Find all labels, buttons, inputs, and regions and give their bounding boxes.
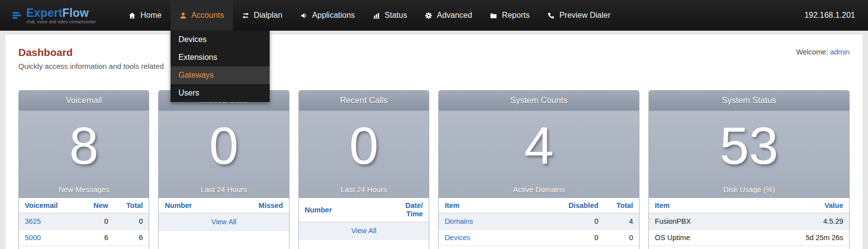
card-title: System Counts <box>439 91 639 111</box>
card-caption: Last 24 Hours <box>159 180 289 198</box>
brand-icon <box>12 10 22 20</box>
missed-calls-table: Number Missed View All <box>159 198 289 231</box>
card-value: 53 <box>649 111 849 180</box>
page-subtitle: Quickly access information and tools rel… <box>18 62 164 70</box>
gear-icon <box>425 12 432 19</box>
table-row: Devices 0 0 <box>439 230 639 246</box>
voicemail-box-link[interactable]: 5000 <box>25 234 41 242</box>
server-ip: 192.168.1.201 <box>805 0 868 31</box>
system-status-table: Item Value FusionPBX 4.5.29 OS Uptime 5d… <box>649 198 849 246</box>
brand-name: ExpertFlow <box>26 7 96 19</box>
card-caption: New Messages <box>19 180 149 198</box>
card-hud: 8 New Messages <box>19 111 149 198</box>
card-recent-calls: Recent Calls 0 Last 24 Hours Number Date… <box>298 90 429 249</box>
nav-item-dialplan[interactable]: Dialplan <box>233 0 291 31</box>
welcome-user-link[interactable]: admin <box>830 48 850 56</box>
swap-arrows-icon <box>242 12 249 19</box>
card-caption: Active Domains <box>439 180 639 198</box>
card-caption: Disk Usage (%) <box>649 180 849 198</box>
nav-item-home[interactable]: Home <box>119 0 171 31</box>
menu-item-gateways[interactable]: Gateways <box>171 66 270 84</box>
brand-tagline: chat, voice and video contactcenter <box>26 19 96 24</box>
accounts-dropdown: Devices Extensions Gateways Users <box>171 31 270 102</box>
card-system-counts: System Counts 4 Active Domains Item Disa… <box>438 90 639 249</box>
table-row: 3625 0 0 <box>19 213 149 230</box>
menu-item-users[interactable]: Users <box>171 84 270 102</box>
menu-item-devices[interactable]: Devices <box>171 31 270 49</box>
page-header: Dashboard Quickly access information and… <box>18 47 850 70</box>
card-value: 4 <box>439 111 639 180</box>
card-title: Recent Calls <box>299 91 429 111</box>
nav-item-advanced[interactable]: Advanced <box>416 0 481 31</box>
table-row: OS Uptime 5d 25m 26s <box>649 230 849 246</box>
nav-item-applications[interactable]: Applications <box>291 0 364 31</box>
system-counts-table: Item Disabled Total Domains 0 4 Devices … <box>439 198 639 246</box>
nav-item-reports[interactable]: Reports <box>481 0 538 31</box>
view-all-link[interactable]: View All <box>351 227 377 235</box>
content-area: Dashboard Quickly access information and… <box>5 35 863 249</box>
table-row: FusionPBX 4.5.29 <box>649 213 849 230</box>
card-missed-calls: Missed Calls 0 Last 24 Hours Number Miss… <box>158 90 289 249</box>
card-hud: 0 Last 24 Hours <box>159 111 289 198</box>
megaphone-icon <box>300 12 308 19</box>
voicemail-table: Voicemail New Total 3625 0 0 5000 6 6 <box>19 198 149 246</box>
nav-item-accounts[interactable]: Accounts Devices Extensions Gateways Use… <box>171 0 233 31</box>
card-hud: 0 Last 24 Hours <box>299 111 429 198</box>
phone-icon <box>547 12 555 19</box>
card-value: 8 <box>19 111 149 180</box>
card-caption: Last 24 Hours <box>299 180 429 198</box>
brand-logo[interactable]: ExpertFlow chat, voice and video contact… <box>0 0 106 31</box>
nav-item-status[interactable]: Status <box>364 0 416 31</box>
user-icon <box>179 12 187 19</box>
table-row: Domains 0 4 <box>439 213 639 230</box>
folder-icon <box>490 12 497 19</box>
table-row: View All <box>159 213 289 231</box>
top-navbar: ExpertFlow chat, voice and video contact… <box>0 0 868 31</box>
card-hud: 53 Disk Usage (%) <box>649 111 849 198</box>
recent-calls-table: Number Date/ Time View All <box>299 198 429 240</box>
dashboard-cards: Voicemail 8 New Messages Voicemail New T… <box>18 90 850 249</box>
devices-link[interactable]: Devices <box>445 234 470 242</box>
voicemail-box-link[interactable]: 3625 <box>25 217 41 225</box>
view-all-link[interactable]: View All <box>211 218 236 226</box>
card-voicemail: Voicemail 8 New Messages Voicemail New T… <box>18 90 149 249</box>
main-menu: Home Accounts Devices Extensions Gateway… <box>119 0 619 31</box>
card-title: Voicemail <box>19 91 149 111</box>
nav-item-preview-dialer[interactable]: Preview Dialer <box>538 0 619 31</box>
table-row: View All <box>299 222 429 240</box>
domains-link[interactable]: Domains <box>445 217 473 225</box>
card-value: 0 <box>299 111 429 180</box>
bar-chart-icon <box>373 12 380 19</box>
card-hud: 4 Active Domains <box>439 111 639 198</box>
home-icon <box>128 12 136 19</box>
welcome-text: Welcome: admin <box>796 48 850 56</box>
menu-item-extensions[interactable]: Extensions <box>171 49 270 66</box>
card-title: System Status <box>649 91 849 111</box>
table-row: 5000 6 6 <box>19 230 149 246</box>
page-title: Dashboard <box>18 47 164 58</box>
card-value: 0 <box>159 111 289 180</box>
card-system-status: System Status 53 Disk Usage (%) Item Val… <box>648 90 850 249</box>
